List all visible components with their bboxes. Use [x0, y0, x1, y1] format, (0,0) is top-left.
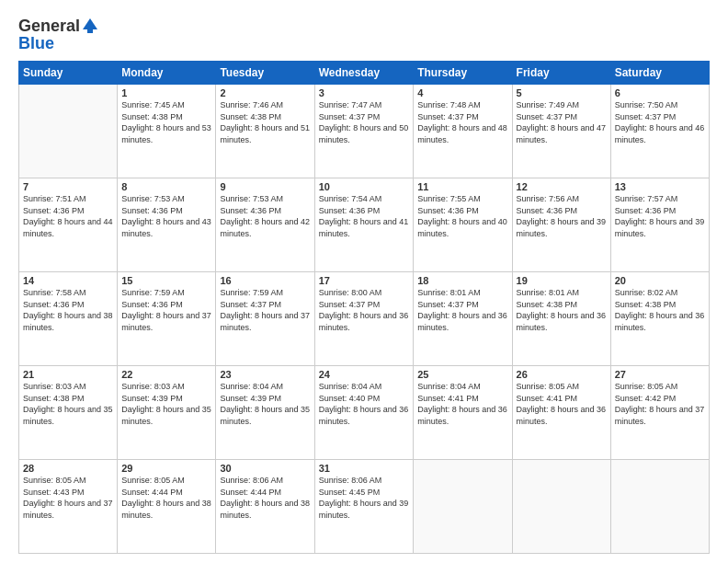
day-info: Sunrise: 8:01 AM Sunset: 4:38 PM Dayligh…: [517, 287, 607, 333]
calendar-cell: 30Sunrise: 8:06 AM Sunset: 4:44 PM Dayli…: [216, 460, 314, 554]
day-number: 31: [319, 463, 410, 474]
day-number: 14: [23, 275, 113, 286]
calendar-cell: 24Sunrise: 8:04 AM Sunset: 4:40 PM Dayli…: [314, 366, 414, 460]
day-info: Sunrise: 8:01 AM Sunset: 4:37 PM Dayligh…: [417, 287, 507, 333]
day-info: Sunrise: 8:03 AM Sunset: 4:38 PM Dayligh…: [23, 381, 113, 427]
day-info: Sunrise: 8:00 AM Sunset: 4:37 PM Dayligh…: [319, 287, 410, 333]
day-info: Sunrise: 8:06 AM Sunset: 4:44 PM Dayligh…: [220, 475, 310, 521]
calendar-cell: [19, 85, 118, 178]
calendar-week-row: 1Sunrise: 7:45 AM Sunset: 4:38 PM Daylig…: [19, 85, 710, 178]
calendar-cell: 21Sunrise: 8:03 AM Sunset: 4:38 PM Dayli…: [19, 366, 118, 460]
calendar-cell: 29Sunrise: 8:05 AM Sunset: 4:44 PM Dayli…: [118, 460, 216, 554]
day-number: 28: [23, 463, 113, 474]
day-info: Sunrise: 7:51 AM Sunset: 4:36 PM Dayligh…: [23, 193, 113, 239]
calendar-cell: 9Sunrise: 7:53 AM Sunset: 4:36 PM Daylig…: [216, 178, 314, 272]
col-thursday: Thursday: [414, 62, 512, 85]
day-number: 18: [417, 275, 507, 286]
day-number: 21: [23, 369, 113, 380]
calendar-cell: 14Sunrise: 7:58 AM Sunset: 4:36 PM Dayli…: [19, 272, 118, 366]
day-number: 3: [319, 87, 410, 98]
day-number: 15: [121, 275, 211, 286]
day-info: Sunrise: 8:04 AM Sunset: 4:39 PM Dayligh…: [220, 381, 310, 427]
day-number: 20: [615, 275, 705, 286]
day-info: Sunrise: 8:05 AM Sunset: 4:41 PM Dayligh…: [517, 381, 607, 427]
calendar-cell: 19Sunrise: 8:01 AM Sunset: 4:38 PM Dayli…: [512, 272, 610, 366]
calendar-cell: 20Sunrise: 8:02 AM Sunset: 4:38 PM Dayli…: [610, 272, 709, 366]
day-number: 13: [615, 181, 705, 192]
day-info: Sunrise: 8:04 AM Sunset: 4:41 PM Dayligh…: [417, 381, 507, 427]
day-info: Sunrise: 7:54 AM Sunset: 4:36 PM Dayligh…: [319, 193, 410, 239]
calendar-cell: 17Sunrise: 8:00 AM Sunset: 4:37 PM Dayli…: [314, 272, 414, 366]
day-info: Sunrise: 8:05 AM Sunset: 4:42 PM Dayligh…: [615, 381, 705, 427]
calendar-cell: 5Sunrise: 7:49 AM Sunset: 4:37 PM Daylig…: [512, 85, 610, 178]
calendar-cell: 12Sunrise: 7:56 AM Sunset: 4:36 PM Dayli…: [512, 178, 610, 272]
calendar-cell: 6Sunrise: 7:50 AM Sunset: 4:37 PM Daylig…: [610, 85, 709, 178]
day-number: 7: [23, 181, 113, 192]
day-info: Sunrise: 7:46 AM Sunset: 4:38 PM Dayligh…: [220, 99, 310, 145]
calendar-cell: 10Sunrise: 7:54 AM Sunset: 4:36 PM Dayli…: [314, 178, 414, 272]
page: General Blue Sunday Monday Tuesday Wedne…: [0, 0, 728, 563]
day-info: Sunrise: 7:48 AM Sunset: 4:37 PM Dayligh…: [417, 99, 507, 145]
day-info: Sunrise: 7:45 AM Sunset: 4:38 PM Dayligh…: [121, 99, 211, 145]
calendar-cell: 15Sunrise: 7:59 AM Sunset: 4:36 PM Dayli…: [118, 272, 216, 366]
calendar-cell: 27Sunrise: 8:05 AM Sunset: 4:42 PM Dayli…: [610, 366, 709, 460]
day-number: 22: [121, 369, 211, 380]
day-info: Sunrise: 7:49 AM Sunset: 4:37 PM Dayligh…: [517, 99, 607, 145]
calendar-cell: [512, 460, 610, 554]
day-info: Sunrise: 7:53 AM Sunset: 4:36 PM Dayligh…: [121, 193, 211, 239]
logo: General Blue: [18, 17, 99, 53]
calendar: Sunday Monday Tuesday Wednesday Thursday…: [18, 61, 710, 554]
col-wednesday: Wednesday: [314, 62, 414, 85]
day-number: 26: [517, 369, 607, 380]
svg-marker-0: [83, 18, 97, 29]
day-info: Sunrise: 7:50 AM Sunset: 4:37 PM Dayligh…: [615, 99, 705, 145]
calendar-cell: 13Sunrise: 7:57 AM Sunset: 4:36 PM Dayli…: [610, 178, 709, 272]
day-number: 29: [121, 463, 211, 474]
day-number: 6: [615, 87, 705, 98]
calendar-cell: 28Sunrise: 8:05 AM Sunset: 4:43 PM Dayli…: [19, 460, 118, 554]
day-info: Sunrise: 7:59 AM Sunset: 4:37 PM Dayligh…: [220, 287, 310, 333]
calendar-week-row: 28Sunrise: 8:05 AM Sunset: 4:43 PM Dayli…: [19, 460, 710, 554]
day-number: 24: [319, 369, 410, 380]
col-sunday: Sunday: [19, 62, 118, 85]
day-info: Sunrise: 8:05 AM Sunset: 4:44 PM Dayligh…: [121, 475, 211, 521]
calendar-cell: [414, 460, 512, 554]
col-monday: Monday: [118, 62, 216, 85]
day-info: Sunrise: 7:58 AM Sunset: 4:36 PM Dayligh…: [23, 287, 113, 333]
day-info: Sunrise: 8:05 AM Sunset: 4:43 PM Dayligh…: [23, 475, 113, 521]
day-info: Sunrise: 7:57 AM Sunset: 4:36 PM Dayligh…: [615, 193, 705, 239]
day-number: 2: [220, 87, 310, 98]
day-number: 23: [220, 369, 310, 380]
calendar-cell: 18Sunrise: 8:01 AM Sunset: 4:37 PM Dayli…: [414, 272, 512, 366]
day-info: Sunrise: 7:56 AM Sunset: 4:36 PM Dayligh…: [517, 193, 607, 239]
col-saturday: Saturday: [610, 62, 709, 85]
calendar-cell: 1Sunrise: 7:45 AM Sunset: 4:38 PM Daylig…: [118, 85, 216, 178]
day-number: 11: [417, 181, 507, 192]
calendar-cell: 11Sunrise: 7:55 AM Sunset: 4:36 PM Dayli…: [414, 178, 512, 272]
logo-general-text: General: [18, 17, 80, 36]
day-number: 30: [220, 463, 310, 474]
day-info: Sunrise: 7:47 AM Sunset: 4:37 PM Dayligh…: [319, 99, 410, 145]
calendar-cell: 23Sunrise: 8:04 AM Sunset: 4:39 PM Dayli…: [216, 366, 314, 460]
svg-rect-1: [87, 29, 93, 33]
calendar-cell: 25Sunrise: 8:04 AM Sunset: 4:41 PM Dayli…: [414, 366, 512, 460]
day-number: 27: [615, 369, 705, 380]
logo-blue-text: Blue: [18, 34, 99, 53]
day-number: 9: [220, 181, 310, 192]
calendar-header-row: Sunday Monday Tuesday Wednesday Thursday…: [19, 62, 710, 85]
col-friday: Friday: [512, 62, 610, 85]
calendar-cell: 4Sunrise: 7:48 AM Sunset: 4:37 PM Daylig…: [414, 85, 512, 178]
day-info: Sunrise: 8:06 AM Sunset: 4:45 PM Dayligh…: [319, 475, 410, 521]
calendar-cell: 7Sunrise: 7:51 AM Sunset: 4:36 PM Daylig…: [19, 178, 118, 272]
logo-icon: [81, 17, 99, 35]
col-tuesday: Tuesday: [216, 62, 314, 85]
calendar-cell: 16Sunrise: 7:59 AM Sunset: 4:37 PM Dayli…: [216, 272, 314, 366]
day-info: Sunrise: 7:55 AM Sunset: 4:36 PM Dayligh…: [417, 193, 507, 239]
calendar-cell: 31Sunrise: 8:06 AM Sunset: 4:45 PM Dayli…: [314, 460, 414, 554]
calendar-cell: 26Sunrise: 8:05 AM Sunset: 4:41 PM Dayli…: [512, 366, 610, 460]
day-number: 5: [517, 87, 607, 98]
calendar-week-row: 14Sunrise: 7:58 AM Sunset: 4:36 PM Dayli…: [19, 272, 710, 366]
day-number: 16: [220, 275, 310, 286]
day-number: 10: [319, 181, 410, 192]
day-info: Sunrise: 8:03 AM Sunset: 4:39 PM Dayligh…: [121, 381, 211, 427]
